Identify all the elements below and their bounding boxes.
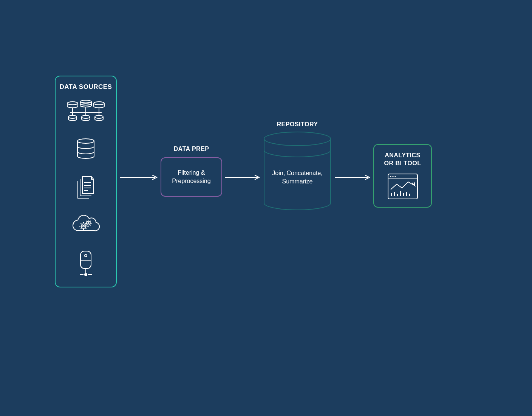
server-node-icon [77, 250, 95, 278]
dashboard-chart-icon [387, 173, 419, 200]
arrow-prep-to-repo [224, 177, 261, 178]
data-prep-label: DATA PREP [161, 146, 222, 152]
distributed-db-icon [65, 99, 107, 123]
svg-point-8 [81, 224, 86, 228]
svg-point-15 [264, 132, 331, 146]
repository-label: REPOSITORY [263, 121, 332, 128]
svg-point-19 [394, 176, 396, 177]
svg-point-18 [392, 176, 393, 177]
analytics-label: ANALYTICS OR BI TOOL [374, 152, 431, 168]
data-sources-icon-stack [56, 97, 116, 281]
svg-point-10 [87, 221, 90, 225]
svg-point-9 [83, 225, 84, 227]
svg-point-4 [68, 115, 77, 118]
svg-point-11 [88, 223, 89, 224]
data-prep-box: Filtering & Preprocessing [161, 157, 222, 197]
svg-point-13 [85, 255, 87, 257]
svg-point-14 [85, 273, 87, 276]
data-sources-label: DATA SOURCES [56, 83, 116, 91]
svg-rect-16 [388, 174, 418, 199]
database-icon [76, 138, 96, 160]
svg-point-5 [82, 115, 90, 118]
documents-icon [74, 175, 97, 199]
arrow-sources-to-prep [119, 177, 158, 178]
analytics-label-line1: ANALYTICS [385, 152, 421, 158]
repository-body: Join, Concatenate, Summarize [263, 169, 332, 185]
svg-point-3 [94, 102, 104, 105]
analytics-label-line2: OR BI TOOL [384, 160, 421, 166]
svg-point-6 [95, 115, 103, 118]
svg-point-17 [390, 176, 391, 177]
arrow-repo-to-analytics [334, 177, 371, 178]
data-sources-panel: DATA SOURCES [55, 76, 117, 287]
analytics-box: ANALYTICS OR BI TOOL [373, 144, 432, 208]
data-prep-body: Filtering & Preprocessing [167, 169, 216, 185]
svg-point-7 [77, 139, 94, 143]
pipeline-diagram: DATA SOURCES [0, 0, 532, 416]
svg-point-2 [67, 102, 78, 105]
cloud-gears-icon [71, 213, 101, 235]
